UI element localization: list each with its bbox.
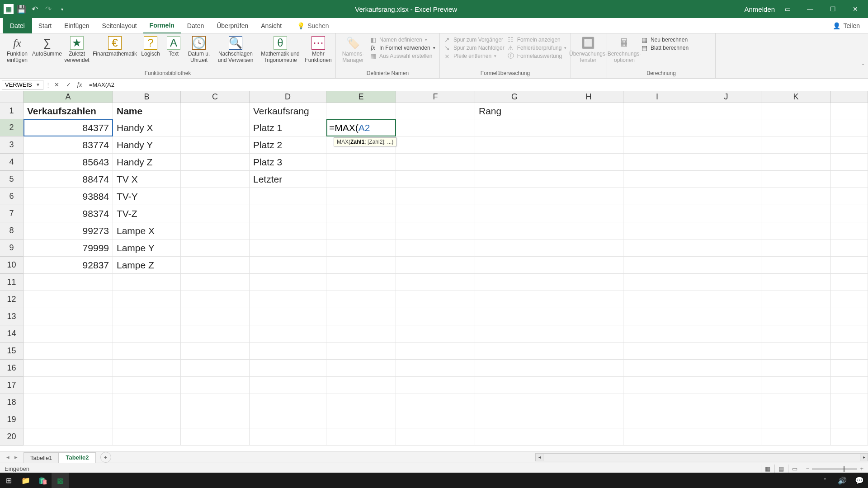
cell[interactable] [24, 360, 113, 377]
cell[interactable] [831, 343, 868, 360]
cell[interactable] [396, 222, 475, 239]
cell[interactable] [475, 257, 554, 274]
cell[interactable] [475, 428, 554, 446]
cell[interactable] [554, 103, 623, 119]
cell[interactable] [326, 394, 396, 411]
cell[interactable] [181, 119, 250, 136]
cell[interactable] [113, 360, 181, 377]
cell[interactable]: 93884 [24, 188, 113, 205]
cell[interactable] [691, 222, 761, 239]
cell[interactable] [326, 205, 396, 222]
start-button-icon[interactable]: ⊞ [0, 473, 17, 488]
cell[interactable] [554, 308, 623, 325]
cell[interactable] [396, 291, 475, 308]
cell[interactable] [691, 428, 761, 446]
cell[interactable] [396, 360, 475, 377]
row-header[interactable]: 2 [0, 119, 24, 136]
cell[interactable] [761, 257, 831, 274]
share-button[interactable]: 👤 Teilen [833, 22, 868, 29]
cell[interactable] [761, 291, 831, 308]
cell[interactable] [181, 257, 250, 274]
scroll-right-icon[interactable]: ▸ [860, 453, 868, 461]
cell[interactable] [396, 239, 475, 257]
cell[interactable] [623, 103, 691, 119]
cell[interactable] [831, 136, 868, 154]
cell[interactable] [396, 428, 475, 446]
cell[interactable] [623, 308, 691, 325]
tab-file[interactable]: Datei [3, 18, 32, 33]
cell[interactable] [181, 325, 250, 343]
action-center-icon[interactable]: 💬 [851, 473, 868, 488]
cell[interactable] [24, 394, 113, 411]
row-header[interactable]: 17 [0, 377, 24, 394]
cell[interactable] [326, 171, 396, 188]
row-header[interactable]: 8 [0, 222, 24, 239]
cell[interactable]: Name [113, 103, 181, 119]
cell[interactable] [691, 154, 761, 171]
cell[interactable] [475, 325, 554, 343]
cell[interactable] [691, 239, 761, 257]
cell[interactable] [326, 257, 396, 274]
tab-review[interactable]: Überprüfen [210, 18, 255, 33]
cell[interactable] [326, 428, 396, 446]
sheet-nav-first-icon[interactable]: ◂ [5, 454, 11, 460]
cell[interactable] [831, 428, 868, 446]
cell[interactable]: 84377 [24, 119, 113, 136]
cell[interactable] [761, 119, 831, 136]
cell[interactable]: 92837 [24, 257, 113, 274]
cell[interactable] [623, 154, 691, 171]
cell[interactable]: 79999 [24, 239, 113, 257]
cell[interactable] [691, 171, 761, 188]
cell[interactable]: 88474 [24, 171, 113, 188]
cell[interactable] [181, 171, 250, 188]
cell[interactable] [475, 188, 554, 205]
calc-sheet-button[interactable]: ▤Blatt berechnen [641, 44, 689, 52]
col-header-E[interactable]: E [326, 91, 396, 103]
cell[interactable] [554, 222, 623, 239]
cell[interactable] [623, 291, 691, 308]
cell[interactable] [831, 257, 868, 274]
row-header[interactable]: 14 [0, 325, 24, 343]
cell[interactable] [475, 119, 554, 136]
cell[interactable] [250, 205, 326, 222]
cell[interactable] [831, 274, 868, 291]
cell[interactable] [475, 239, 554, 257]
sheet-nav-last-icon[interactable]: ▸ [13, 454, 19, 460]
cell[interactable]: Lampe X [113, 222, 181, 239]
cell[interactable] [691, 136, 761, 154]
cell[interactable] [181, 377, 250, 394]
cell[interactable] [554, 291, 623, 308]
cell[interactable] [181, 222, 250, 239]
cell[interactable] [761, 222, 831, 239]
cell[interactable]: 83774 [24, 136, 113, 154]
cell[interactable] [250, 428, 326, 446]
cell[interactable] [475, 411, 554, 428]
col-header-C[interactable]: C [181, 91, 250, 103]
cell[interactable] [181, 239, 250, 257]
cell[interactable] [554, 171, 623, 188]
lookup-button[interactable]: 🔍Nachschlagen und Verweisen [215, 35, 256, 63]
zoom-slider[interactable]: − + [806, 465, 863, 472]
cell[interactable] [181, 103, 250, 119]
math-button[interactable]: θMathematik und Trigonometrie [259, 35, 302, 63]
cell[interactable] [831, 222, 868, 239]
cell[interactable] [250, 411, 326, 428]
cell[interactable] [623, 377, 691, 394]
tab-start[interactable]: Start [32, 18, 58, 33]
cell[interactable] [623, 360, 691, 377]
cell[interactable] [250, 257, 326, 274]
calc-options-button[interactable]: 🖩Berechnungs- optionen [611, 35, 638, 63]
signin-link[interactable]: Anmelden [744, 5, 775, 13]
cell[interactable] [475, 136, 554, 154]
cell[interactable] [326, 360, 396, 377]
cell[interactable] [396, 188, 475, 205]
row-header[interactable]: 13 [0, 308, 24, 325]
cell[interactable] [623, 325, 691, 343]
row-header[interactable]: 6 [0, 188, 24, 205]
cell[interactable] [475, 377, 554, 394]
cell[interactable] [623, 222, 691, 239]
cell[interactable] [250, 308, 326, 325]
cell[interactable] [554, 274, 623, 291]
ribbon-display-icon[interactable]: ▭ [778, 0, 797, 18]
store-icon[interactable]: 🛍️ [34, 473, 52, 488]
